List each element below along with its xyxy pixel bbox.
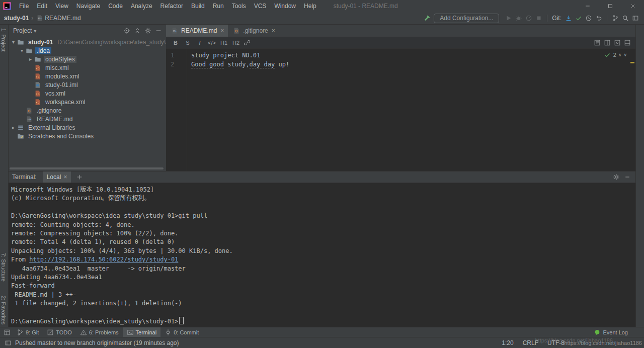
event-log-button[interactable]: Event Log [593,329,641,336]
tree-item-study-01-iml[interactable]: study-01.iml [8,80,166,89]
italic-icon[interactable]: I [194,38,205,47]
bold-icon[interactable]: B [170,38,181,47]
commit-check-icon[interactable] [574,14,583,23]
history-icon[interactable] [584,14,593,23]
editor-line-2[interactable]: Good good study,day day up! [191,60,636,69]
tree-item-external-libraries[interactable]: ▸External Libraries [8,123,166,132]
chevron-down-icon[interactable]: ▾ [19,48,25,53]
chevron-down-icon[interactable]: ▾ [34,28,36,34]
app-logo-icon [3,2,11,10]
terminal-link[interactable]: http://192.168.174.50:6022/study/study-0… [29,256,178,263]
hide-icon[interactable] [154,26,163,35]
next-problem-icon[interactable]: ∨ [623,52,627,57]
editor-body[interactable]: 12 study project NO.01Good good study,da… [166,49,636,171]
toolwindow-button-6-problems[interactable]: 6: Problems [76,327,123,337]
new-terminal-icon[interactable] [75,172,84,182]
minimize-icon[interactable] [623,172,632,182]
tree-item-workspace-xml[interactable]: workspace.xml [8,98,166,106]
menu-item-build[interactable]: Build [187,0,209,12]
minimize-icon[interactable] [576,0,599,12]
stripe-button-1-project[interactable]: 1: Project [1,28,7,51]
terminal-output[interactable]: Microsoft Windows [版本 10.0.19041.1052](c… [8,183,636,326]
menu-item-vcs[interactable]: VCS [250,0,271,12]
breadcrumb-file[interactable]: README.md [45,15,80,22]
locate-icon[interactable] [122,26,131,35]
header2-icon[interactable]: H2 [230,38,242,47]
editor-tab-readme-md[interactable]: README.md× [166,24,228,37]
menu-item-tools[interactable]: Tools [228,0,250,12]
stripe-button-2-favorites[interactable]: 2: Favorites [1,296,7,324]
tree-item-readme-md[interactable]: README.md [8,115,166,123]
layout-icon[interactable] [623,38,632,47]
editor-line-1[interactable]: study project NO.01 [191,51,636,60]
tree-item-scratches-and-consoles[interactable]: Scratches and Consoles [8,132,166,140]
header1-icon[interactable]: H1 [218,38,229,47]
close-icon[interactable]: × [63,173,67,181]
chevron-down-icon[interactable]: ▾ [10,39,17,45]
editor-content[interactable]: study project NO.01Good good study,day d… [187,49,636,171]
terminal-cursor[interactable] [179,317,184,324]
close-tab-icon[interactable]: × [220,27,224,34]
build-hammer-icon[interactable] [423,14,432,23]
menu-item-help[interactable]: Help [300,0,320,12]
strikethrough-icon[interactable]: S [182,38,193,47]
settings-icon[interactable] [612,172,621,182]
stripe-button-7-structure[interactable]: 7: Structure [1,253,7,282]
toolwindow-switcher-icon[interactable] [3,329,11,336]
menu-item-refactor[interactable]: Refactor [156,0,187,12]
window-layout-icon[interactable] [631,14,640,23]
project-panel-toolbar [122,26,163,35]
menu-item-navigate[interactable]: Navigate [72,0,104,12]
menu-item-view[interactable]: View [51,0,72,12]
tree-item-study-01[interactable]: ▾study-01D:\GarenGosling\workspace\idea_… [8,38,166,46]
statusbar-widget-icon[interactable] [4,339,12,347]
menu-item-file[interactable]: File [15,0,33,12]
search-icon[interactable] [621,14,630,23]
close-icon[interactable] [621,0,644,12]
chevron-right-icon[interactable]: ▸ [10,125,17,130]
menu-item-code[interactable]: Code [104,0,127,12]
settings-icon[interactable] [143,26,152,35]
rollback-icon[interactable] [594,14,603,23]
tree-item-misc-xml[interactable]: misc.xml [8,63,166,72]
add-configuration-button[interactable]: Add Configuration... [434,14,499,23]
project-view-selector[interactable]: Project [13,27,32,34]
update-project-icon[interactable] [564,14,573,23]
menu-item-run[interactable]: Run [209,0,228,12]
tree-item-gitignore[interactable]: .gitignore [8,106,166,115]
status-message[interactable]: Pushed master to new branch origin/maste… [15,339,179,346]
run-icon[interactable] [504,14,513,23]
tree-item-modules-xml[interactable]: modules.xml [8,72,166,80]
profiler-icon[interactable] [524,14,533,23]
editor-tab-gitignore[interactable]: .gitignore× [228,24,279,37]
preview-view-icon[interactable] [613,38,622,47]
menu-item-window[interactable]: Window [270,0,300,12]
menu-item-edit[interactable]: Edit [33,0,51,12]
menu-item-analyze[interactable]: Analyze [127,0,156,12]
chevron-right-icon[interactable]: ▸ [27,56,34,62]
toolwindow-button-terminal[interactable]: Terminal [123,327,161,337]
caret-position[interactable]: 1:20 [502,339,513,346]
editor-view-icon[interactable] [593,38,602,47]
terminal-tab-local[interactable]: Local × [43,171,71,183]
split-view-icon[interactable] [603,38,612,47]
maximize-icon[interactable] [599,0,621,12]
horizontal-scrollbar[interactable] [10,167,164,169]
close-tab-icon[interactable]: × [272,27,275,34]
inspections-widget[interactable]: 2 ∧ ∨ [604,51,627,58]
toolwindow-button-0-commit[interactable]: 0: Commit [160,327,203,337]
collapse-all-icon[interactable] [133,26,142,35]
breadcrumb-project[interactable]: study-01 [4,15,29,22]
error-stripe-mark[interactable] [630,62,634,63]
prev-problem-icon[interactable]: ∧ [618,52,622,57]
branches-icon[interactable] [611,14,620,23]
tree-item-codestyles[interactable]: ▸codeStyles [8,55,166,63]
stop-icon[interactable] [534,14,543,23]
link-icon[interactable] [243,38,252,47]
debug-icon[interactable] [514,14,523,23]
code-icon[interactable]: </> [206,38,217,47]
tree-item-vcs-xml[interactable]: vcs.xml [8,89,166,98]
toolwindow-button-todo[interactable]: TODO [43,327,76,337]
tree-item-idea[interactable]: ▾.idea [8,46,166,55]
toolwindow-button-9-git[interactable]: 9: Git [13,327,43,337]
